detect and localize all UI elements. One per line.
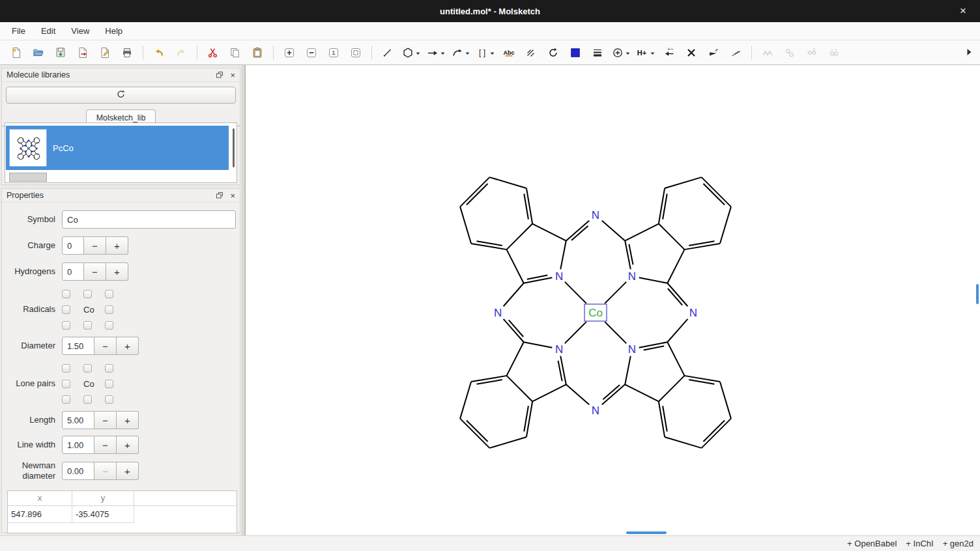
fragment-tool-3[interactable] (823, 43, 845, 63)
copy-button[interactable] (224, 43, 246, 63)
refresh-libraries-button[interactable] (6, 87, 236, 104)
radical-checkbox[interactable] (62, 290, 70, 298)
zoom-in-button[interactable] (278, 43, 300, 63)
newman-diameter-value[interactable]: 0.00 (62, 462, 94, 480)
molecule-drawing[interactable]: NNNNNNNNCo (246, 65, 980, 535)
line-width-increment-button[interactable]: + (117, 436, 139, 454)
mechanism-arrow-tool[interactable] (448, 43, 473, 63)
radical-checkbox[interactable] (62, 305, 70, 314)
length-increment-button[interactable]: + (117, 411, 139, 429)
lone-pair-checkbox[interactable] (105, 380, 113, 388)
coordinate-y-cell[interactable]: -35.4075 (72, 506, 134, 523)
column-header-x[interactable]: x (8, 491, 72, 505)
text-tool[interactable]: Abc (498, 43, 520, 63)
line-width-button[interactable] (586, 43, 609, 63)
charge-tool[interactable] (609, 43, 633, 63)
newman-diameter-increment-button[interactable]: + (117, 462, 139, 480)
close-panel-icon[interactable]: × (230, 191, 235, 201)
length-value[interactable]: 5.00 (62, 411, 94, 429)
new-file-button[interactable] (5, 43, 27, 63)
diameter-decrement-button[interactable]: − (94, 337, 117, 355)
hatch-tool[interactable] (520, 43, 542, 63)
cut-button[interactable] (202, 43, 224, 63)
line-width-decrement-button[interactable]: − (94, 436, 117, 454)
wedge-bond-tool[interactable] (702, 43, 725, 63)
menu-view[interactable]: View (63, 23, 97, 39)
save-button[interactable] (50, 43, 72, 63)
export-image-button[interactable] (94, 43, 116, 63)
close-panel-icon[interactable]: × (230, 70, 235, 80)
ring-tool[interactable] (399, 43, 424, 63)
draw-bond-tool[interactable] (377, 43, 399, 63)
float-panel-icon[interactable] (216, 191, 223, 199)
lone-pair-checkbox[interactable] (62, 380, 70, 388)
radical-checkbox[interactable] (105, 290, 113, 298)
lone-pair-checkbox[interactable] (83, 395, 92, 404)
menu-edit[interactable]: Edit (33, 23, 63, 39)
radical-checkbox[interactable] (83, 321, 92, 330)
library-list-scrollbar[interactable] (233, 128, 235, 167)
radical-checkbox[interactable] (105, 321, 113, 330)
lone-pair-checkbox[interactable] (105, 395, 113, 404)
zoom-out-button[interactable] (300, 43, 323, 63)
toolbar-overflow-button[interactable] (962, 46, 976, 60)
length-decrement-button[interactable]: − (94, 411, 117, 429)
lone-pair-checkbox[interactable] (83, 364, 92, 373)
lone-pair-checkbox[interactable] (62, 364, 70, 373)
radical-checkbox[interactable] (105, 305, 113, 314)
fragment-tool-2[interactable] (801, 43, 823, 63)
status-openbabel: + OpenBabel (847, 539, 897, 548)
float-panel-icon[interactable] (216, 71, 223, 79)
window-close-button[interactable]: × (954, 0, 972, 22)
status-gen2d: + gen2d (943, 539, 973, 548)
zoom-fit-button[interactable] (345, 43, 367, 63)
open-file-button[interactable] (27, 43, 50, 63)
redo-arrow-icon (175, 47, 187, 59)
statusbar: + OpenBabel + InChI + gen2d (0, 535, 980, 551)
charge-value[interactable]: 0 (62, 236, 84, 255)
radical-checkbox[interactable] (62, 321, 70, 330)
symbol-row: Symbol Co (2, 210, 236, 229)
line-width-row: Line width 1.00 − + (2, 436, 236, 454)
drawing-canvas[interactable]: NNNNNNNNCo (245, 65, 980, 535)
menu-file[interactable]: File (4, 23, 33, 39)
radical-checkbox[interactable] (83, 290, 92, 298)
menu-help[interactable]: Help (97, 23, 130, 39)
diameter-increment-button[interactable]: + (117, 337, 139, 355)
reaction-arrow-tool[interactable] (424, 43, 448, 63)
color-picker-button[interactable] (564, 43, 586, 63)
implicit-hydrogen-tool[interactable]: +− (658, 43, 680, 63)
rotate-tool[interactable] (542, 43, 564, 63)
hydrogens-increment-button[interactable]: + (106, 262, 128, 281)
column-header-y[interactable]: y (72, 491, 134, 505)
hydrogen-tool[interactable]: H+ (633, 43, 658, 63)
undo-button[interactable] (148, 43, 170, 63)
hydrogens-value[interactable]: 0 (62, 262, 84, 281)
coordinate-x-cell[interactable]: 547.896 (8, 506, 72, 523)
delete-cross-icon (685, 47, 697, 59)
hydrogens-decrement-button[interactable]: − (84, 262, 106, 281)
paste-button[interactable] (246, 43, 268, 63)
library-item[interactable]: PcCo (6, 126, 229, 170)
charge-plus-icon (612, 47, 624, 59)
zoom-original-button[interactable]: 1 (323, 43, 345, 63)
delete-tool[interactable] (680, 43, 702, 63)
horizontal-scrollbar-thumb[interactable] (626, 531, 667, 534)
bracket-tool[interactable]: [ ] (473, 43, 498, 63)
lone-pair-checkbox[interactable] (105, 364, 113, 373)
newman-diameter-decrement-button[interactable]: − (94, 462, 117, 480)
vertical-scrollbar-thumb[interactable] (976, 284, 979, 304)
library-item-partial[interactable] (9, 173, 47, 182)
chain-tool[interactable] (757, 43, 779, 63)
fragment-tool-1[interactable] (779, 43, 801, 63)
export-button[interactable] (72, 43, 94, 63)
symbol-input[interactable]: Co (62, 210, 236, 229)
line-width-value[interactable]: 1.00 (62, 436, 94, 454)
hash-bond-tool[interactable] (725, 43, 747, 63)
charge-increment-button[interactable]: + (106, 236, 128, 255)
print-button[interactable] (116, 43, 138, 63)
lone-pair-checkbox[interactable] (62, 395, 70, 404)
diameter-value[interactable]: 1.50 (62, 337, 94, 355)
charge-decrement-button[interactable]: − (84, 236, 106, 255)
redo-button[interactable] (170, 43, 192, 63)
